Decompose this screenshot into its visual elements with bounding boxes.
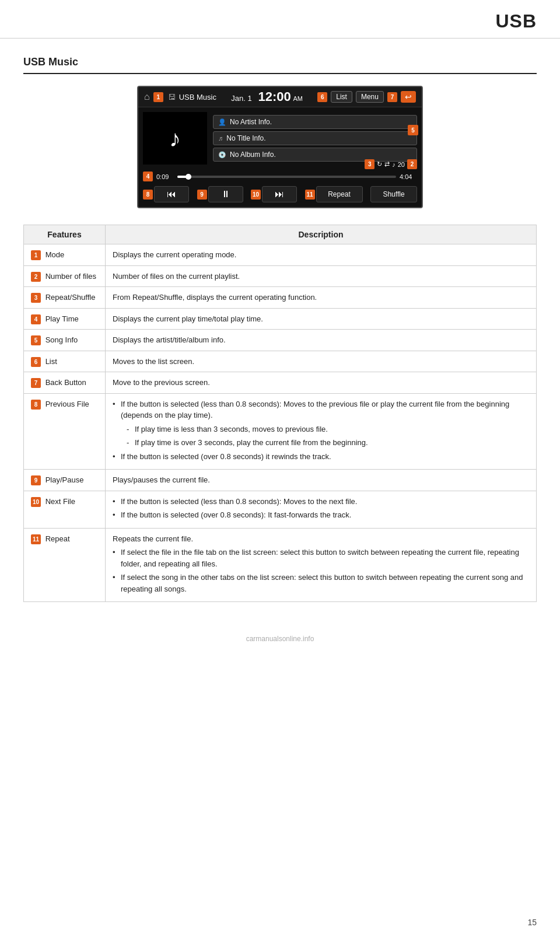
dash-list: If play time is less than 3 seconds, mov…	[127, 424, 529, 449]
no-album-label: No Album Info.	[230, 151, 276, 159]
feature-label: Repeat/Shuffle	[46, 293, 96, 302]
table-row: 5 Song Info Displays the artist/title/al…	[24, 330, 537, 351]
badge-7: 7	[387, 92, 397, 102]
feature-label: List	[46, 357, 57, 366]
description-cell: If the button is selected (less than 0.8…	[106, 491, 537, 528]
shuffle-button[interactable]: Shuffle	[370, 186, 417, 202]
table-row: 10 Next File If the button is selected (…	[24, 491, 537, 528]
features-table: Features Description 1 Mode Displays the…	[23, 225, 537, 602]
description-cell: If the button is selected (less than 0.8…	[106, 393, 537, 470]
list-item: If the button is selected (over 0.8 seco…	[113, 451, 529, 463]
table-row: 11 Repeat Repeats the current file. If s…	[24, 528, 537, 602]
page-header: USB	[0, 0, 560, 39]
screen-controls: 4 0:09 4:04 8 ⏮ 9 ⏸	[138, 169, 422, 207]
shuffle-icon: ⇄	[384, 160, 390, 168]
topbar-right: 6 List Menu 7 ↩	[317, 91, 416, 103]
description-cell: Displays the current operating mode.	[106, 244, 537, 266]
badge-11: 11	[305, 190, 315, 200]
feature-label: Play/Pause	[46, 475, 84, 484]
back-button[interactable]: ↩	[401, 91, 416, 103]
feature-cell: 10 Next File	[24, 491, 106, 528]
title-info-row: ♬ No Title Info.	[213, 131, 417, 145]
play-pause-button[interactable]: ⏸	[208, 186, 243, 202]
topbar-left: ⌂ 1 🖫 USB Music	[144, 92, 216, 102]
file-count: 20	[398, 161, 405, 168]
table-row: 1 Mode Displays the current operating mo…	[24, 244, 537, 266]
note-icon: ♪	[392, 161, 396, 168]
list-item: If select the file in the file tab on th…	[113, 547, 529, 569]
badge-6: 6	[317, 92, 327, 102]
progress-bar[interactable]	[177, 176, 396, 178]
list-item: If play time is over 3 seconds, play the…	[127, 437, 529, 449]
screen-main: ♪ 👤 No Artist Info. ♬ No Title Info. 💿 N…	[138, 107, 422, 169]
play-current-time: 0:09	[156, 173, 174, 180]
repeat-button[interactable]: Repeat	[316, 186, 363, 202]
title-icon: ♬	[218, 135, 223, 142]
badge-1: 1	[153, 92, 163, 102]
screen-date: Jan. 1	[231, 94, 251, 103]
list-item: If the button is selected (less than 0.8…	[113, 496, 529, 508]
no-title-label: No Title Info.	[226, 134, 265, 142]
album-icon: 💿	[218, 151, 226, 159]
table-row: 9 Play/Pause Plays/pauses the current fi…	[24, 470, 537, 491]
topbar-center: Jan. 1 12:00 AM	[231, 89, 303, 104]
screen-topbar: ⌂ 1 🖫 USB Music Jan. 1 12:00 AM 6 List	[138, 87, 422, 107]
feature-badge-2: 2	[31, 272, 41, 282]
feature-badge-11: 11	[31, 534, 41, 544]
feature-cell: 5 Song Info	[24, 330, 106, 351]
description-cell: Displays the artist/title/album info.	[106, 330, 537, 351]
description-cell: Repeats the current file. If select the …	[106, 528, 537, 602]
next-file-list: If the button is selected (less than 0.8…	[113, 496, 529, 521]
badge-9: 9	[197, 190, 207, 200]
feature-cell: 6 List	[24, 351, 106, 372]
feature-cell: 2 Number of files	[24, 265, 106, 287]
controls-row: 8 ⏮ 9 ⏸ 10 ⏭ 11 Repeat Shuffl	[143, 184, 417, 205]
mode-badges: 3 ↻ ⇄ ♪ 20 2	[365, 159, 417, 169]
feature-label: Back Button	[46, 378, 86, 387]
play-total-time: 4:04	[400, 173, 417, 180]
badge-10: 10	[251, 190, 261, 200]
feature-cell: 8 Previous File	[24, 393, 106, 470]
feature-cell: 7 Back Button	[24, 372, 106, 394]
table-row: 7 Back Button Move to the previous scree…	[24, 372, 537, 394]
feature-label: Previous File	[46, 400, 89, 408]
no-artist-label: No Artist Info.	[230, 118, 272, 126]
table-row: 3 Repeat/Shuffle From Repeat/Shuffle, di…	[24, 287, 537, 309]
prev-file-list: If the button is selected (less than 0.8…	[113, 398, 529, 463]
usb-screen: ⌂ 1 🖫 USB Music Jan. 1 12:00 AM 6 List	[137, 86, 423, 208]
badge-3: 3	[365, 159, 374, 169]
screen-time: 12:00	[258, 89, 291, 104]
feature-badge-4: 4	[31, 314, 41, 324]
progress-row: 4 0:09 4:04	[143, 172, 417, 181]
screen-container: ⌂ 1 🖫 USB Music Jan. 1 12:00 AM 6 List	[23, 86, 537, 208]
description-cell: From Repeat/Shuffle, displays the curren…	[106, 287, 537, 309]
feature-cell: 9 Play/Pause	[24, 470, 106, 491]
col-features: Features	[24, 225, 106, 244]
feature-badge-8: 8	[31, 400, 41, 410]
prev-file-button[interactable]: ⏮	[154, 186, 189, 202]
table-row: 8 Previous File If the button is selecte…	[24, 393, 537, 470]
feature-label: Number of files	[46, 272, 96, 281]
feature-badge-3: 3	[31, 293, 41, 303]
artist-icon: 👤	[218, 118, 226, 126]
progress-dot	[186, 174, 191, 180]
feature-badge-1: 1	[31, 250, 41, 260]
list-button[interactable]: List	[331, 91, 352, 103]
feature-badge-10: 10	[31, 497, 41, 507]
watermark: carmanualsonline.info	[0, 625, 560, 652]
feature-cell: 11 Repeat	[24, 528, 106, 602]
next-file-button[interactable]: ⏭	[262, 186, 297, 202]
menu-button[interactable]: Menu	[356, 91, 384, 103]
screen-mode-label: USB Music	[179, 93, 216, 102]
section-title: USB Music	[23, 56, 537, 74]
feature-label: Play Time	[46, 314, 79, 323]
badge-4: 4	[143, 172, 153, 181]
feature-badge-7: 7	[31, 378, 41, 388]
feature-badge-5: 5	[31, 335, 41, 345]
home-icon: ⌂	[144, 92, 150, 102]
table-row: 2 Number of files Number of files on the…	[24, 265, 537, 287]
description-cell: Move to the previous screen.	[106, 372, 537, 394]
repeat-list: If select the file in the file tab on th…	[113, 547, 529, 594]
artist-info-row: 👤 No Artist Info.	[213, 115, 417, 129]
screen-ampm: AM	[293, 95, 303, 102]
